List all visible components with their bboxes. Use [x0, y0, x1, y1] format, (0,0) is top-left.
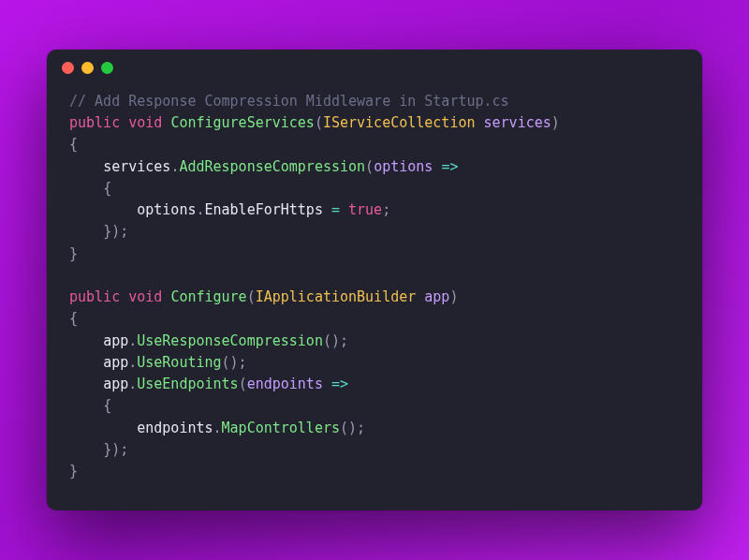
- maximize-dot-icon[interactable]: [101, 62, 113, 74]
- code-token-comment: // Add Response Compression Middleware i…: [69, 93, 509, 110]
- code-token-param: endpoints: [247, 376, 323, 392]
- close-dot-icon[interactable]: [62, 62, 74, 74]
- code-token-literal: true: [348, 201, 382, 218]
- code-token-operator: =: [331, 201, 340, 218]
- code-token-punct: .: [128, 376, 137, 392]
- code-token-punct: (: [315, 114, 323, 131]
- code-token-field: app: [103, 354, 128, 371]
- code-token-param: services: [484, 114, 551, 131]
- code-token-punct: (: [365, 158, 374, 175]
- code-token-param: app: [424, 288, 449, 305]
- code-token-builtin: IApplicationBuilder: [256, 288, 417, 305]
- code-token-punct: });: [103, 223, 128, 240]
- code-token-field: options: [137, 201, 196, 218]
- code-token-punct: {: [103, 180, 111, 197]
- code-token-punct: (: [239, 376, 247, 392]
- code-token-punct: (: [247, 288, 256, 305]
- titlebar: [47, 50, 702, 87]
- code-token-punct: ();: [222, 354, 247, 371]
- code-token-punct: ): [551, 114, 560, 131]
- code-token-punct: .: [128, 354, 137, 371]
- code-token-punct: ();: [340, 420, 365, 436]
- code-token-punct: .: [213, 420, 222, 436]
- code-token-punct: .: [196, 201, 204, 218]
- code-token-method: ConfigureServices: [170, 114, 315, 131]
- code-token-punct: ();: [323, 332, 348, 349]
- code-token-method: Configure: [170, 288, 246, 305]
- code-token-param: options: [374, 158, 433, 175]
- code-token-method: UseRouting: [137, 354, 221, 371]
- code-token-field: services: [103, 158, 170, 175]
- code-token-punct: ;: [382, 201, 390, 218]
- code-token-punct: ): [449, 288, 458, 305]
- code-token-builtin: IServiceCollection: [323, 114, 476, 131]
- code-token-method: UseResponseCompression: [137, 332, 323, 349]
- code-token-field: app: [103, 376, 128, 392]
- code-window: // Add Response Compression Middleware i…: [47, 50, 702, 511]
- code-token-keyword: void: [128, 288, 162, 305]
- code-token-punct: {: [69, 310, 78, 327]
- code-token-field: endpoints: [137, 420, 213, 436]
- code-token-keyword: public: [69, 288, 120, 305]
- code-token-field: app: [103, 332, 128, 349]
- code-token-punct: .: [128, 332, 137, 349]
- code-token-operator: =>: [331, 376, 348, 392]
- code-token-punct: }: [69, 463, 78, 479]
- code-token-punct: });: [103, 441, 128, 458]
- code-token-method: MapControllers: [222, 420, 340, 436]
- code-token-punct: }: [69, 245, 78, 262]
- code-token-punct: {: [103, 397, 111, 414]
- code-token-method: UseEndpoints: [137, 376, 238, 392]
- code-block[interactable]: // Add Response Compression Middleware i…: [47, 87, 702, 511]
- minimize-dot-icon[interactable]: [81, 62, 94, 74]
- code-token-field: EnableForHttps: [205, 201, 323, 218]
- code-token-punct: {: [69, 136, 78, 153]
- code-token-keyword: void: [128, 114, 162, 131]
- code-token-method: AddResponseCompression: [179, 158, 365, 175]
- code-token-operator: =>: [441, 158, 458, 175]
- code-token-keyword: public: [69, 114, 120, 131]
